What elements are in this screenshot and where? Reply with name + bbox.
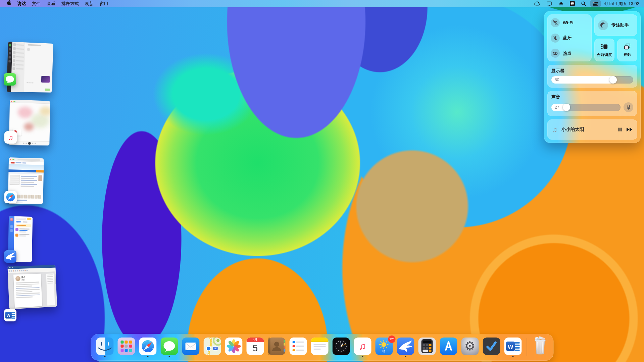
microphone-button[interactable] [624, 102, 633, 112]
sound-volume-value: 27 [555, 105, 559, 110]
menu-bar-clock[interactable]: 4月5日 周五 13:02 [602, 0, 641, 7]
now-playing-card: ♫ 小小的太阳 [547, 119, 637, 140]
app-menu-finder[interactable]: 访达 [14, 0, 29, 7]
dock-clock[interactable] [332, 338, 350, 357]
sound-label: 声音 [551, 94, 633, 100]
music-icon: ♫ [354, 338, 371, 355]
svg-text:280: 280 [213, 347, 217, 350]
word-icon: W [504, 338, 522, 355]
dock-launchpad[interactable] [117, 338, 135, 357]
bluetooth-toggle[interactable]: 蓝牙 [551, 34, 588, 43]
settings-icon: ⚙ [461, 338, 479, 355]
fast-forward-button[interactable] [627, 127, 633, 132]
window-preview-safari[interactable] [8, 157, 45, 204]
moon-icon [598, 20, 608, 30]
dock-trash[interactable] [532, 336, 548, 359]
dock-app-store[interactable] [440, 338, 457, 357]
dock-reminders[interactable] [289, 338, 307, 357]
dock-messages[interactable] [160, 338, 178, 357]
display-icon[interactable] [544, 0, 555, 7]
dock-thunder[interactable] [397, 338, 414, 357]
dock-maps[interactable]: 280 [203, 338, 221, 357]
connectivity-card: Wi-Fi 蓝牙 热点 [547, 14, 592, 61]
dock-divider [527, 338, 527, 356]
sun-icon [378, 339, 389, 350]
bluetooth-label: 蓝牙 [563, 35, 572, 41]
weather-condition: 晴 [375, 349, 393, 354]
display-label: 显示器 [551, 68, 633, 74]
dock-word[interactable]: W [504, 338, 522, 357]
cloud-icon[interactable] [532, 0, 543, 7]
stage-manager-tile[interactable]: 台前调度 [594, 39, 614, 61]
focus-toggle[interactable]: 专注助手 [594, 14, 637, 36]
apple-menu[interactable] [3, 0, 14, 7]
launchpad-icon [117, 338, 135, 355]
menu-sort[interactable]: 排序方式 [58, 0, 82, 7]
menu-file[interactable]: 文件 [29, 0, 44, 7]
stage-manager-label: 台前调度 [597, 52, 612, 57]
search-icon[interactable] [579, 0, 589, 7]
dock-photos[interactable] [225, 338, 242, 357]
dock-finder[interactable] [96, 338, 113, 357]
safari-icon [139, 338, 156, 355]
app-store-icon [440, 338, 457, 355]
safari-badge-icon [4, 191, 17, 203]
temperature-badge: 17° [388, 335, 395, 343]
screen-mirroring-icon [623, 43, 631, 50]
dock-contacts[interactable] [268, 338, 285, 357]
eject-icon[interactable] [556, 0, 566, 7]
menu-refresh[interactable]: 刷新 [82, 0, 97, 7]
thunder-badge-icon [4, 250, 16, 263]
sound-card: 声音 27 [547, 91, 637, 116]
dock-notes[interactable] [311, 338, 328, 357]
resume-photo [15, 276, 20, 281]
trash-full-icon [532, 336, 548, 357]
hotspot-toggle[interactable]: 热点 [551, 49, 588, 58]
window-preview-music[interactable]: ♫ [9, 100, 52, 145]
display-brightness-slider[interactable]: 80 [551, 76, 633, 84]
dock-todo[interactable] [483, 338, 500, 357]
dock-music[interactable]: ♫ [354, 338, 371, 357]
now-playing-title: 小小的太阳 [561, 126, 614, 133]
window-preview-thunder[interactable] [8, 216, 33, 262]
menu-window[interactable]: 窗口 [97, 0, 111, 7]
display-slider-knob[interactable] [609, 76, 617, 84]
hotspot-link-icon [551, 49, 560, 58]
dock: 280 [91, 334, 553, 361]
running-indicator [147, 356, 148, 357]
control-center-panel: Wi-Fi 蓝牙 热点 专注助手 [544, 11, 641, 143]
window-preview-wechat[interactable] [7, 42, 55, 92]
input-method-icon[interactable]: 拼 [567, 0, 577, 7]
control-center-icon[interactable] [590, 0, 601, 7]
notes-icon [311, 338, 328, 355]
dock-safari[interactable] [139, 338, 156, 357]
pause-button[interactable] [618, 127, 622, 132]
display-brightness-value: 80 [555, 77, 559, 82]
dock-calendar[interactable]: 4月 5 [246, 338, 264, 357]
desktop: 访达 文件 查看 排序方式 刷新 窗口 拼 [0, 0, 644, 362]
music-badge-icon: ♫ [4, 131, 17, 144]
screen-mirroring-tile[interactable]: 投影 [617, 39, 637, 61]
menu-bar-status: 拼 4月5日 周五 13:02 [532, 0, 641, 7]
running-indicator [512, 356, 513, 357]
dock-mail[interactable] [182, 338, 199, 357]
calendar-day: 5 [246, 342, 264, 355]
running-indicator [362, 356, 363, 357]
menu-view[interactable]: 查看 [44, 0, 58, 7]
contacts-icon [268, 338, 285, 355]
dock-calculator[interactable] [418, 338, 436, 357]
sound-slider-knob[interactable] [563, 104, 570, 111]
dock-weather[interactable]: 晴 17° [375, 338, 393, 357]
reminders-icon [289, 338, 307, 355]
todo-check-icon [483, 338, 500, 355]
wifi-label: Wi-Fi [563, 20, 574, 25]
clock-icon [332, 338, 350, 355]
mail-icon [182, 338, 199, 355]
wifi-toggle[interactable]: Wi-Fi [551, 18, 588, 27]
dock-settings[interactable]: ⚙ [461, 338, 479, 357]
menu-bar-left: 访达 文件 查看 排序方式 刷新 窗口 [3, 0, 111, 7]
window-preview-word[interactable]: 姓名 此处 W [8, 266, 59, 309]
weather-icon: 晴 17° [375, 338, 393, 355]
finder-icon [96, 338, 113, 355]
sound-volume-slider[interactable]: 27 [551, 104, 621, 111]
